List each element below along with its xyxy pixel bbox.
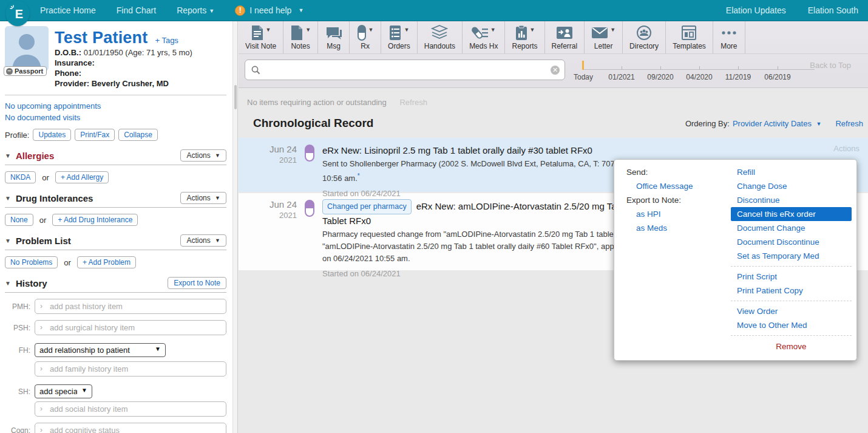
meds-history-icon	[472, 26, 489, 40]
pmh-input[interactable]	[35, 299, 226, 314]
timeline-label[interactable]: 06/2019	[758, 73, 797, 81]
insurance-line: Insurance:	[55, 58, 192, 68]
provider-line: Provider: Beverly Crusher, MD	[55, 78, 192, 89]
toolbar-handouts-button[interactable]: Handouts	[418, 21, 463, 53]
collapse-triangle-icon[interactable]: ▼	[5, 280, 11, 287]
erx-actions-context-menu: Send: Office Message Export to Note: as …	[614, 159, 857, 361]
nav-elation-south[interactable]: Elation South	[808, 5, 858, 15]
intolerances-actions-button[interactable]: Actions ▼	[180, 192, 226, 204]
no-upcoming-appointments-link[interactable]: No upcoming appointments	[5, 100, 226, 112]
nav-practice-home[interactable]: Practice Home	[40, 5, 96, 15]
timeline-label[interactable]: 04/2020	[680, 73, 719, 81]
sh-special-select[interactable]: add special	[35, 384, 92, 398]
timeline-label[interactable]: 11/2019	[719, 73, 758, 81]
menu-item-as-meds[interactable]: as Meds	[626, 221, 731, 235]
fh-relationship-select[interactable]: add relationship to patient	[35, 343, 166, 357]
nav-find-chart[interactable]: Find Chart	[117, 5, 156, 15]
status-text: No items requiring action or outstanding	[247, 98, 387, 107]
menu-item-document-discontinue[interactable]: Document Discontinue	[731, 235, 852, 249]
clear-search-icon[interactable]: ✕	[551, 66, 560, 75]
menu-item-move-to-other-med[interactable]: Move to Other Med	[731, 318, 852, 332]
psh-input[interactable]	[35, 320, 226, 335]
allergies-title: Allergies	[16, 151, 54, 161]
profile-printfax-button[interactable]: Print/Fax	[75, 129, 115, 141]
profile-collapse-button[interactable]: Collapse	[118, 129, 158, 141]
collapse-triangle-icon[interactable]: ▼	[5, 152, 11, 159]
menu-item-discontinue[interactable]: Discontinue	[731, 193, 852, 207]
menu-item-refill[interactable]: Refill	[731, 165, 852, 179]
caret-down-icon: ▼	[305, 27, 311, 33]
chevron-right-icon: ›	[40, 426, 42, 433]
menu-item-change-dose[interactable]: Change Dose	[731, 179, 852, 193]
medication-pill-icon	[305, 200, 314, 217]
toolbar-referral-button[interactable]: Referral	[545, 21, 585, 53]
nkda-button[interactable]: NKDA	[5, 171, 36, 183]
add-tags-link[interactable]: + Tags	[155, 36, 178, 45]
fh-input[interactable]	[35, 361, 226, 377]
menu-item-as-hpi[interactable]: as HPI	[626, 207, 731, 221]
export-to-note-button[interactable]: Export to Note	[168, 277, 226, 289]
chart-search-box[interactable]: ✕	[245, 60, 565, 80]
menu-item-cancel-erx-order[interactable]: Cancel this eRx order	[731, 207, 852, 221]
toolbar-visit-note-button[interactable]: ▼ Visit Note	[239, 21, 283, 53]
toolbar-meds-hx-button[interactable]: ▼ Meds Hx	[463, 21, 505, 53]
menu-item-print-patient-copy[interactable]: Print Patient Copy	[731, 284, 852, 298]
nav-elation-updates[interactable]: Elation Updates	[726, 5, 786, 15]
toolbar-letter-button[interactable]: ▼ Letter	[585, 21, 623, 53]
profile-label: Profile:	[5, 131, 29, 140]
collapse-triangle-icon[interactable]: ▼	[5, 195, 11, 202]
letter-envelope-icon	[591, 26, 608, 39]
add-allergy-button[interactable]: + Add Allergy	[55, 171, 109, 183]
record-date: Jun 24	[239, 144, 297, 155]
sidebar-scrollbar[interactable]	[232, 21, 238, 433]
timeline-label[interactable]: 01/2021	[602, 73, 641, 81]
none-intolerance-button[interactable]: None	[5, 214, 33, 226]
toolbar-directory-button[interactable]: Directory	[623, 21, 666, 53]
scrollbar-thumb[interactable]	[234, 85, 237, 109]
elation-logo[interactable]: E	[5, 1, 30, 26]
nav-reports[interactable]: Reports▼	[177, 5, 214, 15]
ordering-by-dropdown[interactable]: Provider Activity Dates ▼	[733, 119, 822, 128]
menu-divider	[731, 266, 852, 267]
record-refresh-link[interactable]: Refresh	[835, 119, 863, 128]
timeline-label-today[interactable]: Today	[564, 73, 603, 81]
timeline-line	[583, 69, 815, 70]
add-problem-button[interactable]: + Add Problem	[77, 256, 136, 268]
collapse-triangle-icon[interactable]: ▼	[5, 237, 11, 244]
add-intolerance-button[interactable]: + Add Drug Intolerance	[52, 214, 138, 226]
avatar	[5, 26, 49, 71]
menu-send-label: Send:	[626, 165, 731, 179]
profile-updates-button[interactable]: Updates	[33, 129, 71, 141]
sh-input[interactable]	[35, 401, 226, 417]
toolbar-notes-button[interactable]: ▼ Notes	[283, 21, 318, 53]
intolerances-title: Drug Intolerances	[16, 193, 93, 203]
cogn-input[interactable]	[35, 423, 226, 433]
timeline-today-marker	[582, 61, 584, 70]
search-input[interactable]	[265, 65, 551, 75]
passport-badge[interactable]: − Passport	[4, 66, 47, 76]
templates-layout-icon	[681, 25, 697, 41]
back-to-top-link[interactable]: Back to Top	[810, 61, 851, 70]
timeline-label[interactable]: 09/2020	[641, 73, 680, 81]
toolbar-rx-button[interactable]: ▼ Rx	[350, 21, 381, 53]
toolbar-msg-button[interactable]: Msg	[318, 21, 350, 53]
nav-help[interactable]: ! I need help ▼	[235, 5, 303, 16]
caret-down-icon: ▼	[530, 27, 535, 33]
help-alert-icon: !	[235, 5, 245, 16]
pmh-label: PMH:	[5, 302, 30, 311]
no-documented-visits-link[interactable]: No documented visits	[5, 112, 226, 123]
menu-item-office-message[interactable]: Office Message	[626, 179, 731, 193]
toolbar-templates-button[interactable]: Templates	[666, 21, 713, 53]
menu-item-view-order[interactable]: View Order	[731, 304, 852, 318]
no-problems-button[interactable]: No Problems	[5, 256, 58, 268]
status-refresh-link[interactable]: Refresh	[399, 98, 427, 107]
menu-item-set-temporary-med[interactable]: Set as Temporary Med	[731, 249, 852, 263]
allergies-actions-button[interactable]: Actions ▼	[180, 149, 226, 162]
toolbar-reports-button[interactable]: ▼ Reports	[505, 21, 544, 53]
menu-item-print-script[interactable]: Print Script	[731, 270, 852, 284]
toolbar-orders-button[interactable]: ▼ Orders	[381, 21, 418, 53]
problems-actions-button[interactable]: Actions ▼	[180, 234, 226, 247]
menu-item-document-change[interactable]: Document Change	[731, 221, 852, 235]
menu-item-remove[interactable]: Remove	[731, 339, 852, 355]
toolbar-more-button[interactable]: More	[713, 21, 745, 53]
